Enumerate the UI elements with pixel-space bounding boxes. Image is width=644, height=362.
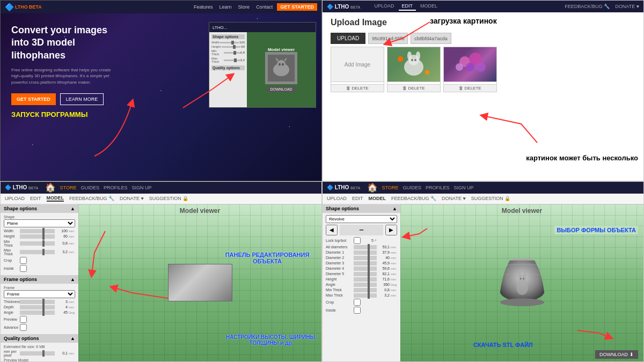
panel1-hero-title: Convert your images into 3D model lithop… — [11, 24, 119, 62]
panel3-inside-toggle[interactable] — [20, 265, 27, 272]
panel3-upload-tab[interactable]: UPLOAD — [5, 196, 25, 201]
panel2-slot1: 95c891ad-55f0 — [368, 33, 408, 44]
panel3-depth-slider[interactable] — [20, 305, 55, 309]
panel4-download-button[interactable]: DOWNLOAD ⬇ — [595, 350, 638, 359]
panel3-sidebar: Shape options ▲ Shape Plane Width 100 — [1, 204, 78, 362]
panel3-viewer: Model viewer ПАНЕЛЬ РЕДАКТИРОВАНИЯ ОБЪЕК… — [78, 204, 321, 362]
panel4-shape-content: Revolve ◀ ▪▪▪ ▶ Lock top/bot 5 # — [323, 213, 400, 317]
panel3-mmperpixel-slider[interactable] — [20, 351, 55, 356]
svg-point-19 — [476, 62, 486, 72]
panel3-param-height: Height 60 mm — [4, 234, 75, 239]
panel4-height-slider[interactable] — [354, 277, 377, 282]
panel4-inside-toggle[interactable] — [354, 307, 361, 314]
panel4-upload-tab[interactable]: UPLOAD — [327, 196, 347, 201]
panel1-hero-desc: Free online designing software that help… — [11, 67, 119, 85]
panel3-filesize: Estimated file size: 6 MB — [4, 345, 75, 349]
panel2-delete-btn-2[interactable]: 🗑 DELETE — [387, 84, 440, 92]
panel2-image-cards: Add Image 🗑 DELETE — [331, 47, 635, 92]
panel3-profiles-link[interactable]: PROFILES — [104, 185, 128, 190]
panel3-feedback-tab[interactable]: FEEDBACK/BUG 🔧 — [69, 196, 114, 201]
panel3-crop-toggle[interactable] — [20, 257, 27, 264]
panel3-preview-toggle[interactable] — [20, 316, 27, 323]
panel1-learn-link[interactable]: Learn — [219, 4, 232, 10]
panel4-signup-link[interactable]: SIGN UP — [453, 185, 473, 190]
panel1-mini-cat — [265, 52, 297, 84]
panel1-learn-more-btn[interactable]: LEARN MORE — [60, 93, 104, 105]
panel1-contact-link[interactable]: Contact — [256, 4, 273, 10]
panel3-guides-link[interactable]: GUIDES — [80, 185, 99, 190]
panel2-tab-upload[interactable]: UPLOAD — [371, 2, 398, 11]
panel3-thickness-slider[interactable] — [20, 300, 55, 304]
panel1-nav-links: Features Learn Store Contact — [194, 4, 273, 10]
panel4-feedback-tab[interactable]: FEEDBACK/BUG 🔧 — [391, 196, 436, 201]
panel3-suggestion-tab[interactable]: SUGGESTION 🔒 — [149, 196, 189, 201]
svg-point-25 — [523, 271, 526, 278]
panel2-logo: 🔷 LTHO BETA — [327, 4, 361, 10]
panel4-dia2-slider[interactable] — [354, 256, 377, 260]
panel3-quality-header: Quality options ▲ — [1, 334, 78, 343]
panel4-minthick-slider[interactable] — [354, 288, 377, 292]
panel3-param-depth: Depth 4 mm — [4, 305, 75, 309]
panel2-delete-btn-3[interactable]: 🗑 DELETE — [444, 84, 496, 92]
panel3-shape-select[interactable]: Plane — [4, 219, 75, 227]
panel3-model-tab[interactable]: MODEL — [47, 195, 64, 202]
panel4-param-dia1: Diameter 1 37,9 mm — [326, 250, 397, 255]
panel4-dia3-slider[interactable] — [354, 261, 377, 265]
panel4-store-link[interactable]: STORE — [382, 185, 399, 190]
panel1-mini-sidebar: Shape options Width 100 Height 60 Min Th… — [209, 32, 247, 107]
panel1-get-started-btn[interactable]: GET STARTED — [11, 93, 56, 105]
panel1-cta-button[interactable]: GET STARTED — [277, 3, 317, 11]
panel4-shape-select[interactable]: Revolve — [326, 215, 397, 223]
panel3-store-link[interactable]: STORE — [60, 185, 77, 190]
panel3-advance-toggle[interactable] — [20, 324, 27, 331]
panel4-dia1-slider[interactable] — [354, 250, 377, 255]
panel4-donate-tab[interactable]: DONATE ♥ — [442, 196, 466, 201]
panel3-width-slider[interactable] — [20, 229, 55, 233]
panel4-guides-link[interactable]: GUIDES — [402, 185, 421, 190]
panel3-maxthick-slider[interactable] — [20, 250, 55, 254]
panel1-store-link[interactable]: Store — [238, 4, 250, 10]
panel3-height-slider[interactable] — [20, 234, 55, 239]
panel2-delete-btn-1[interactable]: 🗑 DELETE — [331, 84, 384, 92]
panel2-tab-model[interactable]: MODEL — [417, 2, 441, 11]
panel2-add-image-placeholder[interactable]: Add Image — [331, 47, 384, 82]
panel1-mini-download[interactable]: DOWNLOAD — [267, 86, 295, 92]
panel2-donate[interactable]: DONATE ♥ — [615, 4, 639, 9]
panel4-dia5-slider[interactable] — [354, 272, 377, 276]
panel1-mini-nav-title: LTHO... — [213, 25, 227, 30]
panel2-tab-edit[interactable]: EDIT — [399, 2, 416, 11]
panel3-minthick-slider[interactable] — [20, 241, 55, 246]
panel-top-left: 🔷 LTHO BETA Features Learn Store Contact… — [0, 0, 322, 181]
panel4-next-button[interactable]: ▶ — [385, 225, 397, 235]
panel1-mini-param-minthick: Min Thick 0,8 — [211, 49, 245, 56]
panel3-home-icon: 🏠 — [45, 182, 56, 193]
panel4-maxthick-slider[interactable] — [354, 293, 377, 298]
panel3-edit-tab[interactable]: EDIT — [30, 196, 41, 201]
panel4-profiles-link[interactable]: PROFILES — [426, 185, 450, 190]
panel2-feedback[interactable]: FEEDBACK/BUG 🔧 — [565, 4, 610, 9]
svg-point-12 — [414, 59, 416, 61]
panel4-param-dia2: Diameter 2 40 mm — [326, 256, 397, 260]
panel3-3d-object — [168, 264, 232, 301]
panel2-cart-annotation: картинок может быть несколько — [526, 154, 638, 162]
panel4-prev-button[interactable]: ◀ — [326, 225, 338, 235]
panel4-suggestion-tab[interactable]: SUGGESTION 🔒 — [471, 196, 511, 201]
panel4-alldia-slider[interactable] — [354, 245, 377, 249]
panel3-donate-tab[interactable]: DONATE ♥ — [120, 196, 144, 201]
panel4-lock-toggle[interactable] — [354, 237, 361, 244]
panel4-sidebar: Shape options ▲ Revolve ◀ ▪▪▪ ▶ — [323, 204, 400, 362]
panel4-model-tab[interactable]: MODEL — [369, 196, 386, 201]
panel3-angle-slider[interactable] — [20, 311, 55, 315]
panel4-viewer-title: Model viewer — [502, 207, 542, 215]
panel3-logo: 🔷 LTHO BETA — [5, 184, 39, 190]
panel3-signup-link[interactable]: SIGN UP — [131, 185, 151, 190]
panel2-upload-button[interactable]: UPLOAD — [331, 33, 365, 44]
panel4-crop-toggle[interactable] — [354, 299, 361, 306]
panel3-frame-select[interactable]: Frame — [4, 290, 75, 298]
panel1-features-link[interactable]: Features — [194, 4, 213, 10]
panel4-angle-slider[interactable] — [354, 283, 377, 287]
panel4-download-annotation: СКАЧАТЬ STL ФАЙЛ — [473, 342, 533, 348]
panel4-dia4-slider[interactable] — [354, 267, 377, 271]
panel4-edit-tab[interactable]: EDIT — [352, 196, 363, 201]
panel3-viewer-title: Model viewer — [180, 207, 220, 215]
